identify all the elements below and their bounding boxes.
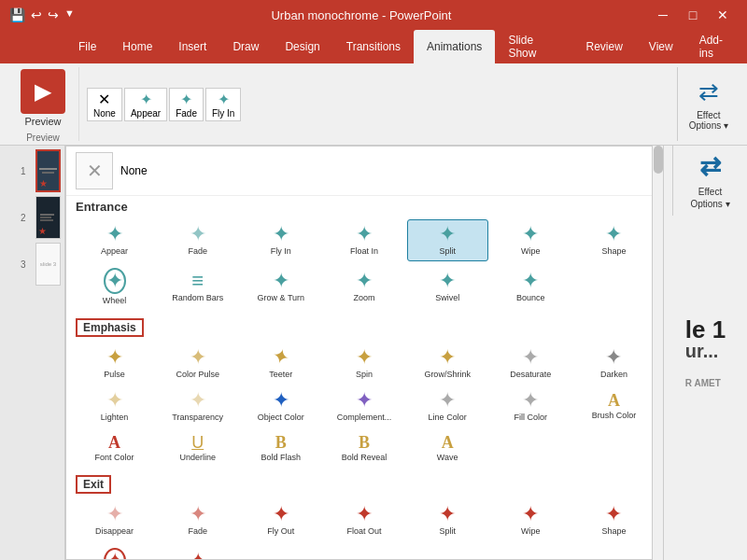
tab-insert[interactable]: Insert — [165, 30, 219, 63]
colorpulse-name: Color Pulse — [176, 370, 219, 380]
appear-item[interactable]: ✦ Appear — [74, 219, 155, 261]
flyin-name: Fly In — [271, 246, 291, 257]
wipe-entrance-item[interactable]: ✦ Wipe — [490, 219, 571, 261]
entrance-grid: ✦ Appear ✦ Fade ✦ Fly In ✦ Float In ✦ Sp… — [66, 216, 662, 315]
zoom-entrance-icon: ✦ — [356, 271, 373, 291]
boldreveal-item[interactable]: B Bold Reveal — [323, 429, 404, 468]
brushcolor-item[interactable]: A Brush Color — [573, 385, 655, 427]
scrollbar-track[interactable] — [652, 146, 663, 560]
slide-1-star-icon: ★ — [39, 178, 48, 189]
objectcolor-item[interactable]: ✦ Object Color — [240, 385, 321, 427]
slide-2-wrapper: 2 ★ — [4, 196, 61, 239]
split-exit-icon: ✦ — [439, 504, 456, 525]
tab-addins[interactable]: Add-ins — [686, 30, 747, 63]
save-icon[interactable]: 💾 — [9, 7, 25, 22]
tab-file[interactable]: File — [65, 30, 109, 63]
spin-icon: ✦ — [356, 347, 373, 368]
tab-slideshow[interactable]: Slide Show — [495, 30, 572, 63]
title-controls[interactable]: 💾 ↩ ↪ ▼ — [9, 7, 75, 22]
tab-home[interactable]: Home — [109, 30, 165, 63]
zoom-entrance-item[interactable]: ✦ Zoom — [323, 263, 404, 311]
fontcolor-icon: A — [108, 434, 120, 451]
split-entrance-item[interactable]: ✦ Split — [407, 219, 488, 261]
transparency-name: Transparency — [172, 413, 223, 423]
floatout-item[interactable]: ✦ Float Out — [323, 499, 404, 541]
flyout-item[interactable]: ✦ Fly Out — [240, 499, 321, 541]
bounce-item[interactable]: ✦ Bounce — [490, 263, 571, 311]
preview-button[interactable]: ▶ Preview — [17, 65, 69, 131]
wheel-exit-item[interactable]: ✦ Wheel — [74, 543, 155, 560]
growshrink-icon: ✦ — [439, 347, 456, 368]
tab-transitions[interactable]: Transitions — [333, 30, 414, 63]
none-animation-item[interactable]: ✕ — [76, 152, 113, 189]
maximize-button[interactable]: □ — [678, 0, 708, 30]
right-panel: le 1 ur... R AMET ⇄ EffectOptions ▾ — [663, 146, 747, 560]
colorpulse-item[interactable]: ✦ Color Pulse — [157, 343, 238, 385]
complement-name: Complement... — [337, 413, 392, 423]
customize-icon[interactable]: ▼ — [64, 7, 75, 22]
fontcolor-item[interactable]: A Font Color — [74, 429, 155, 468]
transparency-item[interactable]: ✦ Transparency — [157, 385, 238, 427]
swivel-icon: ✦ — [439, 271, 456, 291]
minimize-button[interactable]: ─ — [648, 0, 678, 30]
desaturate-icon: ✦ — [522, 347, 539, 368]
tab-design[interactable]: Design — [272, 30, 332, 63]
lighten-item[interactable]: ✦ Lighten — [74, 385, 155, 427]
slide-3-wrapper: 3 slide 3 — [4, 243, 61, 286]
wipe-exit-item[interactable]: ✦ Wipe — [490, 499, 571, 541]
appear-quick-btn[interactable]: ✦ Appear — [124, 88, 167, 121]
tab-draw[interactable]: Draw — [219, 30, 272, 63]
wheel-entrance-item[interactable]: ✦ Wheel — [74, 263, 155, 311]
swivel-item[interactable]: ✦ Swivel — [407, 263, 488, 311]
undo-icon[interactable]: ↩ — [31, 7, 42, 22]
fly-quick-btn[interactable]: ✦ Fly In — [205, 88, 241, 121]
fillcolor-item[interactable]: ✦ Fill Color — [490, 385, 571, 427]
growshrink-name: Grow/Shrink — [424, 370, 471, 380]
shape-exit-icon: ✦ — [605, 504, 622, 525]
brushcolor-icon: A — [608, 392, 620, 409]
effect-options-button[interactable]: ⇄ EffectOptions ▾ — [677, 67, 740, 141]
window-buttons[interactable]: ─ □ ✕ — [648, 0, 738, 30]
fade-quick-btn[interactable]: ✦ Fade — [169, 88, 204, 121]
flyout-icon: ✦ — [273, 504, 289, 525]
teeter-item[interactable]: ✦ Teeter — [240, 343, 321, 385]
pulse-item[interactable]: ✦ Pulse — [74, 343, 155, 385]
floatin-item[interactable]: ✦ Float In — [323, 219, 404, 261]
randombars-exit-item[interactable]: ✦ Random Bars — [157, 543, 238, 560]
redo-icon[interactable]: ↪ — [48, 7, 59, 22]
tab-view[interactable]: View — [636, 30, 686, 63]
linecolor-item[interactable]: ✦ Line Color — [407, 385, 488, 427]
floatin-name: Float In — [350, 246, 378, 257]
scrollbar-thumb[interactable] — [654, 146, 663, 174]
growturn-item[interactable]: ✦ Grow & Turn — [240, 263, 321, 311]
emphasis-section-header: Emphasis — [66, 315, 662, 339]
flyin-item[interactable]: ✦ Fly In — [240, 219, 321, 261]
tab-review[interactable]: Review — [573, 30, 636, 63]
close-button[interactable]: ✕ — [708, 0, 738, 30]
disappear-item[interactable]: ✦ Disappear — [74, 499, 155, 541]
slide-1-thumb[interactable]: ★ — [35, 149, 61, 192]
boldflash-item[interactable]: B Bold Flash — [240, 429, 321, 468]
fade-entrance-item[interactable]: ✦ Fade — [157, 219, 238, 261]
complement-item[interactable]: ✦ Complement... — [323, 385, 404, 427]
darken-item[interactable]: ✦ Darken — [573, 343, 655, 385]
exit-grid: ✦ Disappear ✦ Fade ✦ Fly Out ✦ Float Out… — [66, 496, 662, 560]
split-entrance-name: Split — [439, 246, 456, 257]
none-quick-btn[interactable]: ✕ None — [87, 88, 122, 121]
split-exit-item[interactable]: ✦ Split — [407, 499, 488, 541]
desaturate-item[interactable]: ✦ Desaturate — [490, 343, 571, 385]
wave-item[interactable]: A Wave — [407, 429, 488, 468]
fade-exit-item[interactable]: ✦ Fade — [157, 499, 238, 541]
slide-2-star-icon: ★ — [38, 226, 47, 236]
main-layout: 1 ★ 2 ★ 3 — [0, 146, 747, 560]
growshrink-item[interactable]: ✦ Grow/Shrink — [407, 343, 488, 385]
shape-exit-item[interactable]: ✦ Shape — [573, 499, 655, 541]
shape-entrance-name: Shape — [601, 246, 626, 257]
randombars-entrance-item[interactable]: ≡ Random Bars — [157, 263, 238, 311]
underline-item[interactable]: U Underline — [157, 429, 238, 468]
shape-entrance-item[interactable]: ✦ Shape — [573, 219, 655, 261]
slide-3-thumb[interactable]: slide 3 — [35, 243, 61, 286]
spin-item[interactable]: ✦ Spin — [323, 343, 404, 385]
tab-animations[interactable]: Animations — [414, 30, 495, 63]
slide-2-thumb[interactable]: ★ — [35, 196, 61, 239]
